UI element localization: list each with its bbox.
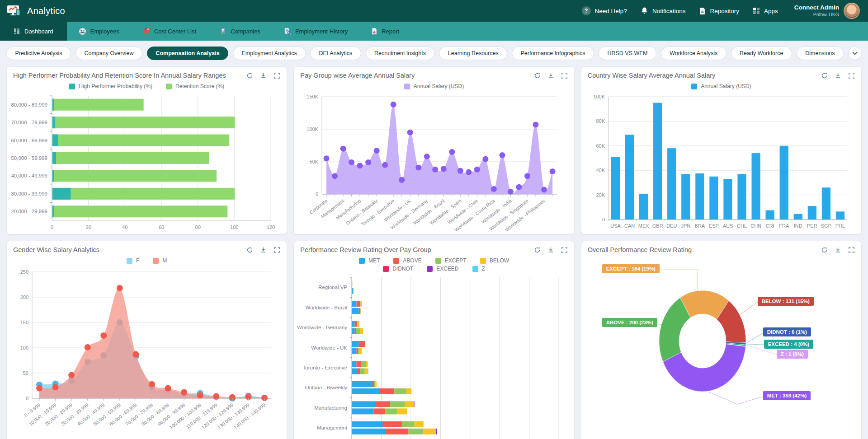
svg-text:70,000 - 79,999: 70,000 - 79,999: [11, 120, 47, 125]
tab-cost-center-label: Cost Center List: [154, 28, 196, 35]
card-paygroup-salary: Pay Group wise Average Annual Salary Ann…: [293, 66, 574, 234]
filter-dimensions[interactable]: Dimensions: [797, 47, 844, 60]
chart-legend: METABOVEEXCEPTBELOWDIDNOTEXCEEDZ: [298, 254, 569, 274]
notifications-button[interactable]: Notifications: [641, 7, 686, 15]
cost-center-icon: [143, 28, 150, 35]
notifications-label: Notifications: [652, 8, 686, 14]
card-country-salary: Country Wise Salary Average Annual Salar…: [581, 66, 862, 234]
apps-button[interactable]: Apps: [753, 7, 778, 14]
avatar[interactable]: [844, 3, 860, 19]
fullscreen-button[interactable]: [848, 247, 855, 253]
svg-text:0: 0: [26, 396, 28, 401]
tab-companies[interactable]: Companies: [208, 22, 272, 41]
country-salary-chart: Annual Salary (USD)020K40K60K80K100KUSAC…: [581, 80, 861, 234]
svg-text:50,000 - 59,999: 50,000 - 59,999: [11, 155, 47, 161]
filters-expand-button[interactable]: [848, 47, 862, 60]
legend-item-f[interactable]: F: [127, 257, 139, 264]
download-button[interactable]: [547, 247, 554, 253]
legend-item-retention-score-[interactable]: Retention Score (%): [166, 83, 224, 89]
legend-item-didnot[interactable]: DIDNOT: [383, 266, 413, 272]
fullscreen-button[interactable]: [274, 72, 280, 79]
tab-cost-center-list[interactable]: Cost Center List: [131, 22, 208, 41]
legend-item-m[interactable]: M: [153, 257, 167, 264]
download-button[interactable]: [835, 72, 841, 79]
brand[interactable]: Analytico: [6, 4, 65, 18]
donut-label-except[interactable]: EXCEPT : 164 (19%): [602, 264, 660, 273]
svg-text:Worldwide - Brazil: Worldwide - Brazil: [306, 305, 347, 310]
filter-employment-analytics[interactable]: Employment Analytics: [233, 47, 306, 60]
refresh-icon: [821, 247, 828, 253]
download-icon: [835, 247, 841, 253]
fullscreen-button[interactable]: [561, 72, 568, 79]
topbar: Analytico ? Need Help? Notifications Rep…: [0, 0, 868, 22]
refresh-button[interactable]: [821, 247, 828, 253]
svg-text:Worldwide - Germany: Worldwide - Germany: [297, 325, 347, 330]
download-icon: [547, 247, 554, 253]
tab-report[interactable]: Report: [359, 22, 411, 41]
filter-ready-workforce[interactable]: Ready Workforce: [731, 47, 792, 60]
legend-item-z[interactable]: Z: [472, 266, 485, 272]
svg-text:Toronto - Executive: Toronto - Executive: [303, 365, 347, 370]
donut-label-above[interactable]: ABOVE : 200 (23%): [602, 318, 657, 327]
svg-text:60K: 60K: [596, 143, 605, 149]
legend-item-high-performer-probability-[interactable]: High Performer Probability (%): [69, 83, 152, 89]
refresh-button[interactable]: [534, 247, 541, 253]
refresh-button[interactable]: [821, 72, 828, 79]
svg-text:CRI: CRI: [765, 223, 774, 229]
fullscreen-button[interactable]: [274, 247, 280, 253]
topnav: ? Need Help? Notifications Repository Ap…: [582, 3, 860, 19]
legend-item-annual-salary-usd-[interactable]: Annual Salary (USD): [691, 83, 751, 89]
legend-item-except[interactable]: EXCEPT: [435, 257, 467, 264]
filter-dei-analytics[interactable]: DEI Analytics: [310, 47, 361, 60]
filter-learning-resources[interactable]: Learning Resources: [439, 47, 507, 60]
legend-item-exceed[interactable]: EXCEED: [427, 266, 458, 272]
card-title: Pay Group wise Average Annual Salary: [300, 72, 415, 79]
user-menu[interactable]: Connect Admin Prithwi UKG: [794, 3, 860, 19]
refresh-button[interactable]: [534, 72, 541, 79]
filter-predictive-analysis[interactable]: Predictive Analysis: [6, 47, 71, 60]
fullscreen-button[interactable]: [848, 72, 855, 79]
refresh-button[interactable]: [246, 247, 253, 253]
svg-text:100: 100: [230, 224, 238, 230]
download-button[interactable]: [260, 72, 267, 79]
svg-text:CHN: CHN: [750, 223, 761, 229]
legend-item-annual-salary-usd-[interactable]: Annual Salary (USD): [404, 83, 464, 89]
fullscreen-icon: [561, 247, 568, 253]
legend-item-below[interactable]: BELOW: [480, 257, 509, 264]
card-title: Performance Review Rating Over Pay Group: [300, 246, 431, 253]
filter-workforce-analysis[interactable]: Workforce Analysis: [661, 47, 726, 60]
performance-paygroup-chart: METABOVEEXCEPTBELOWDIDNOTEXCEEDZRegional…: [294, 254, 574, 439]
fullscreen-icon: [848, 247, 855, 253]
donut-label-didnot[interactable]: DIDNOT : 6 (1%): [763, 327, 811, 336]
svg-text:MEX: MEX: [638, 223, 649, 229]
repository-button[interactable]: Repository: [699, 7, 739, 15]
fullscreen-button[interactable]: [561, 247, 568, 253]
card-title: Country Wise Salary Average Annual Salar…: [588, 72, 716, 79]
tab-employees[interactable]: Employees: [67, 22, 131, 41]
filter-hrsd-vs-wfm[interactable]: HRSD VS WFM: [599, 47, 656, 60]
chart-legend: High Performer Probability (%)Retention …: [11, 80, 282, 91]
need-help-button[interactable]: ? Need Help?: [582, 6, 627, 15]
donut-label-exceed[interactable]: EXCEED : 4 (0%): [764, 340, 813, 349]
donut-label-met[interactable]: MET : 359 (42%): [763, 391, 811, 400]
companies-icon: [220, 28, 226, 35]
svg-text:100K: 100K: [593, 94, 605, 99]
download-button[interactable]: [547, 72, 554, 79]
legend-item-above[interactable]: ABOVE: [393, 257, 421, 264]
refresh-button[interactable]: [246, 72, 253, 79]
svg-text:20K: 20K: [596, 192, 605, 198]
tab-dashboard[interactable]: Dashboard: [0, 22, 67, 41]
tab-employment-history[interactable]: Employment History: [272, 22, 359, 41]
legend-item-met[interactable]: MET: [359, 257, 380, 264]
svg-text:CHL: CHL: [737, 223, 747, 229]
donut-label-below[interactable]: BELOW : 131 (15%): [758, 297, 814, 306]
filter-company-overview[interactable]: Company Overview: [75, 47, 142, 60]
filter-recruitment-insights[interactable]: Recruitment Insights: [366, 47, 435, 60]
filter-performance-infographics[interactable]: Performance Infographics: [512, 47, 594, 60]
fullscreen-icon: [274, 72, 280, 79]
donut-label-z[interactable]: Z : 1 (0%): [777, 350, 808, 359]
apps-grid-icon: [753, 7, 760, 14]
download-button[interactable]: [260, 247, 267, 253]
download-button[interactable]: [835, 247, 841, 253]
filter-compensation-analysis[interactable]: Compensation Analysis: [147, 47, 228, 60]
